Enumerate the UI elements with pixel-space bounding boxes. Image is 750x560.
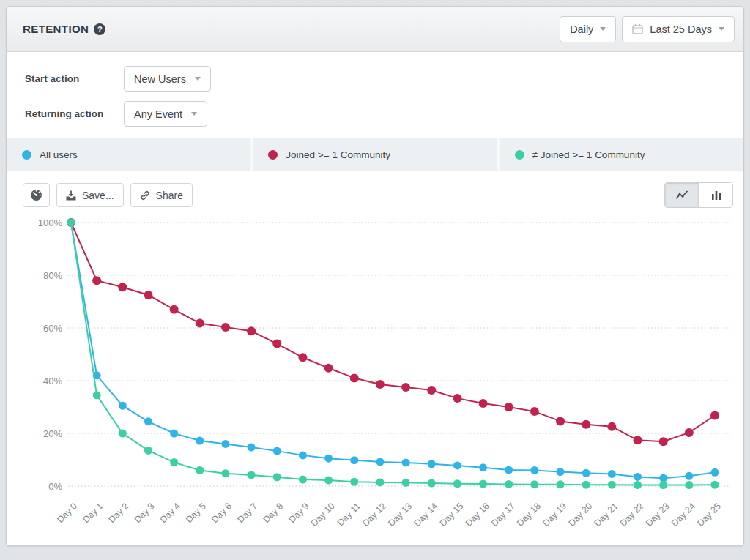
data-point-all-users-day-16[interactable] bbox=[479, 463, 487, 471]
bar-chart-icon bbox=[710, 190, 722, 201]
data-point-joined-community-day-15[interactable] bbox=[453, 394, 461, 403]
data-point-not-joined-community-day-11[interactable] bbox=[350, 478, 358, 486]
data-point-not-joined-community-day-10[interactable] bbox=[324, 477, 333, 485]
data-point-not-joined-community-day-25[interactable] bbox=[711, 481, 719, 489]
data-point-not-joined-community-day-13[interactable] bbox=[402, 479, 410, 487]
data-point-all-users-day-23[interactable] bbox=[659, 474, 667, 482]
data-point-not-joined-community-day-0[interactable] bbox=[67, 219, 75, 227]
data-point-not-joined-community-day-22[interactable] bbox=[634, 481, 642, 489]
data-point-all-users-day-4[interactable] bbox=[170, 430, 178, 438]
start-action-select[interactable]: New Users bbox=[124, 66, 211, 92]
save-button[interactable]: Save... bbox=[56, 183, 124, 207]
data-point-joined-community-day-5[interactable] bbox=[196, 319, 204, 328]
data-point-all-users-day-5[interactable] bbox=[196, 437, 204, 445]
legend-item-joined-community[interactable]: Joined >= 1 Community bbox=[250, 138, 497, 171]
data-point-not-joined-community-day-6[interactable] bbox=[221, 469, 229, 477]
data-point-joined-community-day-17[interactable] bbox=[505, 403, 513, 411]
data-point-not-joined-community-day-2[interactable] bbox=[119, 430, 127, 438]
data-point-all-users-day-25[interactable] bbox=[711, 468, 719, 477]
granularity-dropdown[interactable]: Daily bbox=[560, 16, 616, 42]
data-point-all-users-day-17[interactable] bbox=[505, 466, 513, 474]
series-all-users bbox=[67, 219, 719, 482]
series-dot-icon bbox=[22, 150, 31, 160]
data-point-not-joined-community-day-14[interactable] bbox=[428, 479, 436, 488]
data-point-not-joined-community-day-7[interactable] bbox=[248, 471, 256, 479]
help-icon[interactable]: ? bbox=[94, 23, 105, 35]
data-point-all-users-day-20[interactable] bbox=[582, 469, 590, 477]
data-point-joined-community-day-3[interactable] bbox=[144, 291, 152, 299]
data-point-joined-community-day-23[interactable] bbox=[659, 437, 668, 446]
data-point-all-users-day-18[interactable] bbox=[530, 466, 538, 474]
data-point-joined-community-day-1[interactable] bbox=[92, 276, 101, 285]
data-point-joined-community-day-22[interactable] bbox=[634, 436, 642, 444]
data-point-all-users-day-14[interactable] bbox=[428, 460, 436, 468]
data-point-joined-community-day-9[interactable] bbox=[298, 353, 307, 362]
data-point-all-users-day-8[interactable] bbox=[273, 447, 281, 455]
data-point-all-users-day-12[interactable] bbox=[376, 458, 384, 466]
data-point-all-users-day-19[interactable] bbox=[557, 468, 565, 476]
x-axis-tick-label: Day 17 bbox=[489, 501, 517, 529]
data-point-all-users-day-22[interactable] bbox=[634, 473, 642, 481]
data-point-all-users-day-6[interactable] bbox=[221, 440, 229, 448]
data-point-not-joined-community-day-21[interactable] bbox=[608, 481, 616, 489]
data-point-not-joined-community-day-5[interactable] bbox=[196, 466, 204, 474]
retention-chart: 100%80%60%40%20%0%Day 0Day 1Day 2Day 3Da… bbox=[8, 215, 743, 537]
returning-action-row: Returning action Any Event bbox=[25, 101, 743, 127]
data-point-all-users-day-7[interactable] bbox=[248, 444, 256, 452]
y-axis-tick-label: 80% bbox=[43, 270, 62, 281]
data-point-all-users-day-24[interactable] bbox=[685, 472, 693, 480]
line-chart-toggle-button[interactable] bbox=[665, 183, 699, 207]
data-point-all-users-day-3[interactable] bbox=[144, 417, 152, 425]
data-point-not-joined-community-day-24[interactable] bbox=[685, 481, 693, 489]
download-icon bbox=[66, 190, 76, 201]
returning-action-select[interactable]: Any Event bbox=[124, 101, 207, 127]
data-point-joined-community-day-10[interactable] bbox=[324, 364, 333, 373]
date-range-dropdown[interactable]: Last 25 Days bbox=[622, 16, 735, 42]
data-point-not-joined-community-day-3[interactable] bbox=[144, 447, 152, 455]
data-point-joined-community-day-16[interactable] bbox=[479, 399, 488, 408]
data-point-all-users-day-21[interactable] bbox=[608, 470, 616, 478]
data-point-joined-community-day-19[interactable] bbox=[556, 417, 565, 425]
data-point-joined-community-day-18[interactable] bbox=[530, 407, 539, 416]
data-point-joined-community-day-2[interactable] bbox=[118, 283, 127, 291]
share-button[interactable]: Share bbox=[130, 183, 193, 207]
x-axis-tick-label: Day 23 bbox=[644, 501, 672, 529]
data-point-not-joined-community-day-18[interactable] bbox=[530, 480, 538, 488]
data-point-not-joined-community-day-8[interactable] bbox=[273, 473, 281, 481]
data-point-not-joined-community-day-19[interactable] bbox=[557, 480, 565, 488]
data-point-all-users-day-13[interactable] bbox=[402, 458, 410, 466]
data-point-not-joined-community-day-20[interactable] bbox=[582, 481, 590, 489]
data-point-joined-community-day-14[interactable] bbox=[427, 386, 436, 395]
data-point-all-users-day-9[interactable] bbox=[299, 451, 307, 459]
data-point-not-joined-community-day-15[interactable] bbox=[453, 479, 461, 488]
data-point-joined-community-day-20[interactable] bbox=[582, 420, 590, 429]
data-point-all-users-day-15[interactable] bbox=[453, 461, 461, 469]
legend-item-all-users[interactable]: All users bbox=[7, 138, 250, 171]
data-point-not-joined-community-day-23[interactable] bbox=[659, 481, 667, 489]
data-point-all-users-day-11[interactable] bbox=[350, 456, 358, 464]
data-point-joined-community-day-21[interactable] bbox=[607, 422, 616, 431]
data-point-all-users-day-10[interactable] bbox=[324, 455, 333, 463]
data-point-not-joined-community-day-4[interactable] bbox=[170, 458, 178, 466]
x-axis-tick-label: Day 13 bbox=[386, 501, 414, 529]
data-point-joined-community-day-8[interactable] bbox=[272, 340, 281, 348]
data-point-joined-community-day-6[interactable] bbox=[221, 323, 230, 332]
data-point-joined-community-day-11[interactable] bbox=[350, 373, 359, 382]
data-point-joined-community-day-7[interactable] bbox=[247, 326, 256, 335]
data-point-joined-community-day-25[interactable] bbox=[710, 411, 719, 420]
data-point-not-joined-community-day-17[interactable] bbox=[505, 480, 513, 488]
legend-item-not-joined-community[interactable]: ≠ Joined >= 1 Community bbox=[497, 138, 743, 171]
data-point-joined-community-day-13[interactable] bbox=[401, 383, 410, 392]
data-point-all-users-day-2[interactable] bbox=[119, 402, 127, 410]
data-point-not-joined-community-day-1[interactable] bbox=[93, 391, 101, 399]
data-point-not-joined-community-day-12[interactable] bbox=[376, 478, 384, 486]
data-point-joined-community-day-12[interactable] bbox=[376, 380, 385, 389]
data-point-joined-community-day-24[interactable] bbox=[685, 428, 694, 437]
x-axis-tick-label: Day 8 bbox=[261, 501, 285, 525]
data-point-not-joined-community-day-9[interactable] bbox=[299, 476, 307, 484]
data-point-not-joined-community-day-16[interactable] bbox=[479, 480, 487, 488]
add-to-dashboard-button[interactable] bbox=[23, 183, 50, 207]
legend-label: All users bbox=[40, 149, 78, 160]
bar-chart-toggle-button[interactable] bbox=[699, 183, 732, 207]
data-point-joined-community-day-4[interactable] bbox=[170, 305, 179, 314]
